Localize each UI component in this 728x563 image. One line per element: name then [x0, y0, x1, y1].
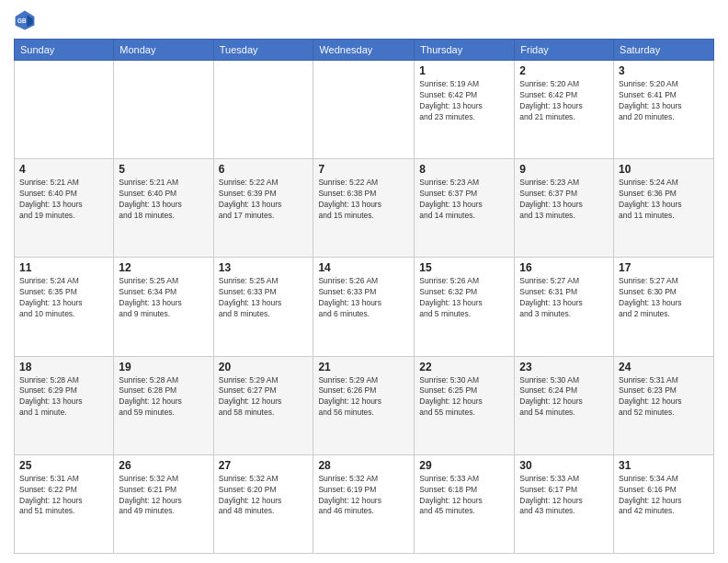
calendar-cell: 9Sunrise: 5:23 AM Sunset: 6:37 PM Daylig…: [515, 159, 614, 258]
calendar-cell: 12Sunrise: 5:25 AM Sunset: 6:34 PM Dayli…: [114, 258, 213, 356]
cell-info: Sunrise: 5:30 AM Sunset: 6:25 PM Dayligh…: [419, 375, 509, 419]
cell-day-number: 24: [619, 361, 709, 373]
header: GB: [14, 9, 714, 31]
cell-info: Sunrise: 5:32 AM Sunset: 6:20 PM Dayligh…: [219, 474, 309, 518]
header-monday: Monday: [114, 40, 213, 61]
header-tuesday: Tuesday: [213, 40, 313, 61]
cell-day-number: 17: [619, 261, 709, 274]
cell-day-number: 16: [519, 261, 609, 274]
calendar-header: SundayMondayTuesdayWednesdayThursdayFrid…: [15, 40, 714, 61]
cell-info: Sunrise: 5:20 AM Sunset: 6:42 PM Dayligh…: [519, 79, 609, 123]
calendar-cell: 15Sunrise: 5:26 AM Sunset: 6:32 PM Dayli…: [415, 258, 515, 356]
cell-info: Sunrise: 5:34 AM Sunset: 6:16 PM Dayligh…: [619, 474, 709, 518]
calendar-cell: [114, 61, 213, 159]
cell-day-number: 7: [318, 163, 409, 176]
cell-info: Sunrise: 5:24 AM Sunset: 6:36 PM Dayligh…: [619, 178, 709, 222]
cell-info: Sunrise: 5:31 AM Sunset: 6:22 PM Dayligh…: [19, 474, 108, 518]
calendar-cell: 3Sunrise: 5:20 AM Sunset: 6:41 PM Daylig…: [614, 61, 714, 159]
week-row-2: 4Sunrise: 5:21 AM Sunset: 6:40 PM Daylig…: [15, 159, 714, 258]
calendar-cell: 30Sunrise: 5:33 AM Sunset: 6:17 PM Dayli…: [515, 454, 614, 553]
calendar-cell: 24Sunrise: 5:31 AM Sunset: 6:23 PM Dayli…: [614, 356, 714, 454]
calendar-cell: 18Sunrise: 5:28 AM Sunset: 6:29 PM Dayli…: [15, 356, 114, 454]
week-row-1: 1Sunrise: 5:19 AM Sunset: 6:42 PM Daylig…: [15, 61, 714, 159]
cell-info: Sunrise: 5:33 AM Sunset: 6:17 PM Dayligh…: [519, 474, 609, 518]
header-saturday: Saturday: [614, 40, 714, 61]
cell-info: Sunrise: 5:20 AM Sunset: 6:41 PM Dayligh…: [619, 79, 709, 123]
calendar-cell: 28Sunrise: 5:32 AM Sunset: 6:19 PM Dayli…: [313, 454, 415, 553]
cell-info: Sunrise: 5:30 AM Sunset: 6:24 PM Dayligh…: [519, 375, 609, 419]
calendar-cell: 14Sunrise: 5:26 AM Sunset: 6:33 PM Dayli…: [313, 258, 415, 356]
calendar-cell: 2Sunrise: 5:20 AM Sunset: 6:42 PM Daylig…: [515, 61, 614, 159]
cell-day-number: 26: [119, 459, 208, 472]
cell-day-number: 14: [318, 261, 409, 274]
cell-day-number: 19: [119, 361, 208, 373]
logo-icon: GB: [14, 9, 36, 31]
cell-info: Sunrise: 5:29 AM Sunset: 6:27 PM Dayligh…: [219, 375, 309, 419]
calendar-cell: 13Sunrise: 5:25 AM Sunset: 6:33 PM Dayli…: [213, 258, 313, 356]
cell-info: Sunrise: 5:21 AM Sunset: 6:40 PM Dayligh…: [19, 178, 108, 222]
header-thursday: Thursday: [415, 40, 515, 61]
calendar-table: SundayMondayTuesdayWednesdayThursdayFrid…: [14, 39, 714, 554]
cell-info: Sunrise: 5:23 AM Sunset: 6:37 PM Dayligh…: [519, 178, 609, 222]
cell-day-number: 1: [419, 64, 509, 77]
cell-info: Sunrise: 5:28 AM Sunset: 6:29 PM Dayligh…: [19, 375, 108, 419]
calendar-cell: 21Sunrise: 5:29 AM Sunset: 6:26 PM Dayli…: [313, 356, 415, 454]
cell-day-number: 5: [119, 163, 208, 176]
calendar-cell: 29Sunrise: 5:33 AM Sunset: 6:18 PM Dayli…: [415, 454, 515, 553]
cell-day-number: 18: [19, 361, 108, 373]
calendar-cell: 22Sunrise: 5:30 AM Sunset: 6:25 PM Dayli…: [415, 356, 515, 454]
cell-info: Sunrise: 5:19 AM Sunset: 6:42 PM Dayligh…: [419, 79, 509, 123]
page: GB SundayMondayTuesdayWednesdayThursdayF…: [0, 0, 728, 563]
cell-info: Sunrise: 5:27 AM Sunset: 6:30 PM Dayligh…: [619, 276, 709, 320]
calendar-cell: [15, 61, 114, 159]
header-row: SundayMondayTuesdayWednesdayThursdayFrid…: [15, 40, 714, 61]
cell-day-number: 12: [119, 261, 208, 274]
cell-info: Sunrise: 5:26 AM Sunset: 6:33 PM Dayligh…: [318, 276, 409, 320]
calendar-cell: 31Sunrise: 5:34 AM Sunset: 6:16 PM Dayli…: [614, 454, 714, 553]
cell-info: Sunrise: 5:21 AM Sunset: 6:40 PM Dayligh…: [119, 178, 208, 222]
calendar-cell: 10Sunrise: 5:24 AM Sunset: 6:36 PM Dayli…: [614, 159, 714, 258]
logo: GB: [14, 9, 40, 31]
cell-day-number: 31: [619, 459, 709, 472]
cell-day-number: 25: [19, 459, 108, 472]
calendar-cell: 19Sunrise: 5:28 AM Sunset: 6:28 PM Dayli…: [114, 356, 213, 454]
cell-info: Sunrise: 5:26 AM Sunset: 6:32 PM Dayligh…: [419, 276, 509, 320]
cell-info: Sunrise: 5:31 AM Sunset: 6:23 PM Dayligh…: [619, 375, 709, 419]
cell-day-number: 15: [419, 261, 509, 274]
calendar-cell: 4Sunrise: 5:21 AM Sunset: 6:40 PM Daylig…: [15, 159, 114, 258]
calendar-cell: [213, 61, 313, 159]
week-row-5: 25Sunrise: 5:31 AM Sunset: 6:22 PM Dayli…: [15, 454, 714, 553]
cell-day-number: 30: [519, 459, 609, 472]
cell-day-number: 10: [619, 163, 709, 176]
cell-day-number: 2: [519, 64, 609, 77]
week-row-4: 18Sunrise: 5:28 AM Sunset: 6:29 PM Dayli…: [15, 356, 714, 454]
calendar-cell: 6Sunrise: 5:22 AM Sunset: 6:39 PM Daylig…: [213, 159, 313, 258]
cell-day-number: 13: [219, 261, 309, 274]
cell-day-number: 29: [419, 459, 509, 472]
cell-day-number: 20: [219, 361, 309, 373]
calendar-cell: 1Sunrise: 5:19 AM Sunset: 6:42 PM Daylig…: [415, 61, 515, 159]
cell-day-number: 4: [19, 163, 108, 176]
cell-info: Sunrise: 5:32 AM Sunset: 6:21 PM Dayligh…: [119, 474, 208, 518]
calendar-cell: 26Sunrise: 5:32 AM Sunset: 6:21 PM Dayli…: [114, 454, 213, 553]
cell-day-number: 28: [318, 459, 409, 472]
cell-info: Sunrise: 5:24 AM Sunset: 6:35 PM Dayligh…: [19, 276, 108, 320]
calendar-cell: 5Sunrise: 5:21 AM Sunset: 6:40 PM Daylig…: [114, 159, 213, 258]
calendar-cell: 16Sunrise: 5:27 AM Sunset: 6:31 PM Dayli…: [515, 258, 614, 356]
week-row-3: 11Sunrise: 5:24 AM Sunset: 6:35 PM Dayli…: [15, 258, 714, 356]
cell-day-number: 6: [219, 163, 309, 176]
cell-info: Sunrise: 5:28 AM Sunset: 6:28 PM Dayligh…: [119, 375, 208, 419]
header-friday: Friday: [515, 40, 614, 61]
cell-day-number: 8: [419, 163, 509, 176]
calendar-cell: [313, 61, 415, 159]
cell-day-number: 21: [318, 361, 409, 373]
cell-day-number: 11: [19, 261, 108, 274]
calendar-cell: 23Sunrise: 5:30 AM Sunset: 6:24 PM Dayli…: [515, 356, 614, 454]
header-sunday: Sunday: [15, 40, 114, 61]
calendar-cell: 11Sunrise: 5:24 AM Sunset: 6:35 PM Dayli…: [15, 258, 114, 356]
calendar-cell: 17Sunrise: 5:27 AM Sunset: 6:30 PM Dayli…: [614, 258, 714, 356]
cell-info: Sunrise: 5:23 AM Sunset: 6:37 PM Dayligh…: [419, 178, 509, 222]
cell-day-number: 27: [219, 459, 309, 472]
cell-info: Sunrise: 5:33 AM Sunset: 6:18 PM Dayligh…: [419, 474, 509, 518]
header-wednesday: Wednesday: [313, 40, 415, 61]
